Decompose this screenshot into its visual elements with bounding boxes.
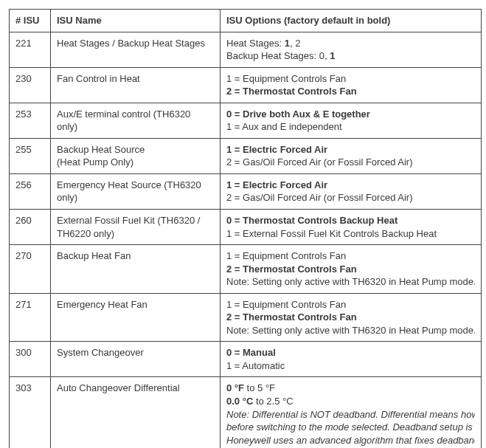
isu-number: 256 xyxy=(10,173,51,209)
isu-options: 1 = Electric Forced Air2 = Gas/Oil Force… xyxy=(221,138,482,173)
header-options: ISU Options (factory default in bold) xyxy=(221,10,482,32)
isu-options: 0 °F to 5 °F0.0 °C to 2.5 °CNote: Differ… xyxy=(221,377,482,448)
table-row: 303Auto Changeover Differential0 °F to 5… xyxy=(10,377,482,448)
isu-name: Emergency Heat Fan xyxy=(51,293,221,342)
isu-options: 0 = Drive both Aux & E together1 = Aux a… xyxy=(221,103,482,138)
isu-number: 221 xyxy=(10,32,51,67)
isu-number: 260 xyxy=(10,210,51,245)
isu-number: 253 xyxy=(10,103,51,138)
table-header-row: # ISU ISU Name ISU Options (factory defa… xyxy=(10,10,482,32)
table-row: 253Aux/E terminal control (TH6320 only)0… xyxy=(10,103,482,138)
isu-name: Fan Control in Heat xyxy=(51,67,221,103)
isu-options: 1 = Equipment Controls Fan2 = Thermostat… xyxy=(221,67,482,103)
isu-name: Aux/E terminal control (TH6320 only) xyxy=(51,103,221,138)
isu-name: External Fossil Fuel Kit (TH6320 / TH622… xyxy=(51,210,221,245)
isu-name: Backup Heat Fan xyxy=(51,245,221,294)
isu-options: Heat Stages: 1, 2Backup Heat Stages: 0, … xyxy=(221,32,482,67)
table-row: 271Emergency Heat Fan1 = Equipment Contr… xyxy=(10,293,482,342)
isu-options: 1 = Equipment Controls Fan2 = Thermostat… xyxy=(221,293,482,342)
isu-options: 0 = Manual1 = Automatic xyxy=(221,342,482,377)
isu-name: Backup Heat Source(Heat Pump Only) xyxy=(51,138,221,173)
header-isu: # ISU xyxy=(10,10,51,32)
isu-table: # ISU ISU Name ISU Options (factory defa… xyxy=(9,9,482,448)
isu-name: System Changeover xyxy=(51,342,221,377)
isu-number: 230 xyxy=(10,67,51,103)
isu-name: Heat Stages / Backup Heat Stages xyxy=(51,32,221,67)
isu-options: 0 = Thermostat Controls Backup Heat1 = E… xyxy=(221,210,482,245)
isu-options: 1 = Equipment Controls Fan2 = Thermostat… xyxy=(221,245,482,294)
isu-number: 300 xyxy=(10,342,51,377)
table-row: 270Backup Heat Fan1 = Equipment Controls… xyxy=(10,245,482,294)
isu-name: Auto Changeover Differential xyxy=(51,377,221,448)
table-row: 260External Fossil Fuel Kit (TH6320 / TH… xyxy=(10,210,482,245)
table-row: 221Heat Stages / Backup Heat StagesHeat … xyxy=(10,32,482,67)
isu-options: 1 = Electric Forced Air2 = Gas/Oil Force… xyxy=(221,173,482,209)
table-row: 230Fan Control in Heat1 = Equipment Cont… xyxy=(10,67,482,103)
table-row: 300System Changeover0 = Manual1 = Automa… xyxy=(10,342,482,377)
isu-number: 303 xyxy=(10,377,51,448)
isu-number: 255 xyxy=(10,138,51,173)
header-name: ISU Name xyxy=(51,10,221,32)
table-row: 255Backup Heat Source(Heat Pump Only)1 =… xyxy=(10,138,482,173)
isu-name: Emergency Heat Source (TH6320 only) xyxy=(51,173,221,209)
table-row: 256Emergency Heat Source (TH6320 only)1 … xyxy=(10,173,482,209)
isu-number: 271 xyxy=(10,293,51,342)
isu-number: 270 xyxy=(10,245,51,294)
